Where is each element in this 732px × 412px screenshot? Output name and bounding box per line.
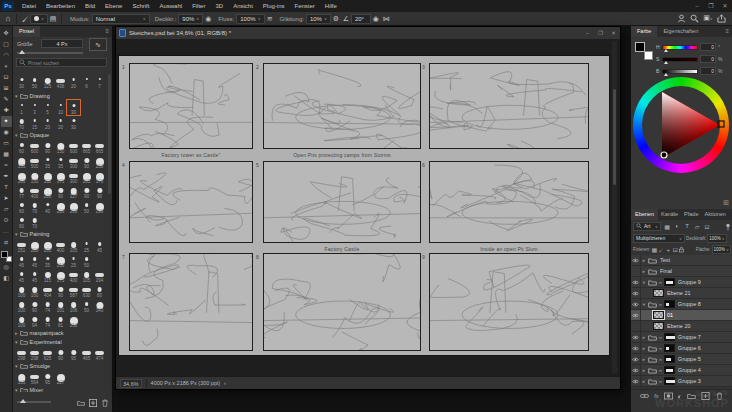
brush-preset[interactable]: 90	[28, 298, 41, 313]
brush-preset[interactable]: 60	[15, 199, 28, 214]
brush-folder-opaque[interactable]: ▾Opaque	[15, 130, 109, 139]
expand-arrow[interactable]: ▾	[641, 280, 647, 285]
expand-arrow[interactable]: ▸	[641, 269, 647, 274]
brush-preset[interactable]: 236	[93, 199, 106, 214]
layer-mask-thumbnail[interactable]	[664, 355, 675, 363]
menu-ansicht[interactable]: Ansicht	[228, 0, 258, 12]
mask-link-icon[interactable]: ∞	[659, 379, 662, 384]
brush-preset[interactable]: 35	[41, 154, 54, 169]
menu-filter[interactable]: Filter	[187, 0, 210, 12]
brush-preset[interactable]: 400	[67, 268, 80, 283]
tool-zoom[interactable]: ⊙	[1, 215, 12, 226]
expand-arrow[interactable]: ▾	[641, 302, 647, 307]
brush-preset[interactable]: 95	[41, 370, 54, 385]
visibility-toggle[interactable]	[631, 376, 641, 386]
lock-all-icon[interactable]	[679, 246, 684, 253]
visibility-toggle[interactable]	[631, 321, 641, 331]
brush-preset[interactable]: 101	[54, 298, 67, 313]
new-brush-icon[interactable]	[89, 393, 97, 411]
brush-preset[interactable]: 30	[67, 100, 80, 115]
color-wheel[interactable]	[633, 77, 729, 173]
visibility-toggle[interactable]	[631, 365, 641, 375]
brush-preset[interactable]: 5	[41, 100, 54, 115]
tool-clone-stamp[interactable]: ◉	[1, 127, 12, 138]
mask-link-icon[interactable]: ∞	[659, 280, 662, 285]
status-chevron-icon[interactable]: ›	[224, 380, 226, 386]
mask-link-icon[interactable]: ∞	[659, 302, 662, 307]
brush-preset[interactable]: 80	[93, 283, 106, 298]
brush-preset[interactable]: 60	[15, 139, 28, 154]
brush-preset[interactable]: 587	[67, 283, 80, 298]
account-icon[interactable]	[677, 14, 686, 23]
visibility-toggle[interactable]	[631, 299, 641, 309]
expand-arrow[interactable]: ▸	[641, 368, 647, 373]
brushes-scrollbar[interactable]	[108, 74, 111, 194]
layer-thumbnail[interactable]	[653, 311, 664, 319]
tool-path-select[interactable]: ➤	[1, 193, 12, 204]
filter-smart-object-icon[interactable]: ⊡	[703, 223, 711, 230]
document-vertical-scrollbar[interactable]	[612, 41, 617, 373]
brush-preset[interactable]: 600	[28, 139, 41, 154]
brush-preset[interactable]: 665	[80, 139, 93, 154]
brush-preset[interactable]: 50	[80, 199, 93, 214]
menu-3d[interactable]: 3D	[210, 0, 228, 12]
blend-mode-select[interactable]: Multiplizieren∨	[633, 234, 685, 243]
brush-preset[interactable]: 45	[15, 253, 28, 268]
color-swatches[interactable]	[635, 42, 653, 60]
smoothing-select[interactable]: 10%∨	[306, 14, 331, 24]
brush-preset[interactable]: 200	[67, 199, 80, 214]
tool-healing[interactable]: ✚	[1, 105, 12, 116]
brush-tool-icon[interactable]	[20, 14, 30, 24]
brush-preset[interactable]: 630	[80, 283, 93, 298]
brush-preset[interactable]: 251	[15, 238, 28, 253]
mode-select[interactable]: Normal∨	[92, 14, 150, 24]
tool-marquee[interactable]: ▢	[1, 39, 12, 50]
visibility-toggle[interactable]	[631, 332, 641, 342]
brush-preset[interactable]: 625	[41, 346, 54, 361]
layer-row-ebene-21[interactable]: Ebene 21	[631, 288, 732, 299]
brush-preset[interactable]: 30	[67, 115, 80, 130]
tab-ebenen[interactable]: Ebenen	[631, 209, 658, 220]
expand-icon[interactable]: ⊞	[723, 199, 729, 207]
visibility-toggle[interactable]	[631, 354, 641, 364]
brush-preset[interactable]: 25	[67, 253, 80, 268]
tool-move[interactable]: ✥	[1, 28, 12, 39]
tool-pen[interactable]: ✒	[1, 171, 12, 182]
expand-arrow[interactable]: ▸	[641, 379, 647, 384]
brush-settings-toggle-icon[interactable]: ▤	[48, 14, 58, 24]
brush-preset[interactable]: 50	[80, 298, 93, 313]
slider-value[interactable]: 0	[700, 55, 716, 63]
layer-mask-thumbnail[interactable]	[664, 377, 675, 385]
brush-preset[interactable]: 200	[41, 238, 54, 253]
brush-search-input[interactable]: Pinsel suchen	[16, 58, 107, 67]
slider-value[interactable]: 0	[700, 67, 716, 75]
filter-shape-icon[interactable]: ▱	[693, 223, 701, 230]
document-title-bar[interactable]: Sketches.psd bei 34,6% (01, RGB/8) * – ❐…	[116, 27, 620, 39]
visibility-toggle[interactable]	[631, 277, 641, 287]
slider-track[interactable]	[662, 69, 698, 74]
menu-fenster[interactable]: Fenster	[290, 0, 320, 12]
brush-preset[interactable]: 106	[67, 298, 80, 313]
brush-preset[interactable]: 95	[67, 346, 80, 361]
workspace-icon[interactable]: ▣∨	[703, 13, 713, 24]
brush-preset[interactable]: 100	[15, 313, 28, 328]
brush-size-field[interactable]: 4 Px	[41, 39, 83, 48]
brush-preset[interactable]: 125	[41, 74, 54, 89]
document-window[interactable]: Sketches.psd bei 34,6% (01, RGB/8) * – ❐…	[115, 26, 621, 390]
minimize-button[interactable]: –	[690, 0, 704, 12]
brush-preset[interactable]: 100	[15, 283, 28, 298]
layer-row-gruppe-8[interactable]: ▾ ∞Gruppe 8	[631, 299, 732, 310]
new-layer-icon[interactable]	[701, 392, 710, 400]
brush-preset[interactable]: 500	[28, 154, 41, 169]
slider-track[interactable]	[662, 45, 698, 50]
adjustment-icon[interactable]: ◐	[678, 393, 682, 400]
brush-preset[interactable]: 298	[15, 346, 28, 361]
airbrush-icon[interactable]: ≋	[265, 14, 275, 24]
menu-hilfe[interactable]: Hilfe	[320, 0, 342, 12]
mask-link-icon[interactable]: ∞	[659, 368, 662, 373]
brush-preset[interactable]: 90	[93, 184, 106, 199]
tool-gradient[interactable]: ▦	[1, 149, 12, 160]
layer-row-01[interactable]: 01	[631, 310, 732, 321]
brush-folder-experimental[interactable]: ▾Experimental	[15, 337, 109, 346]
brush-preset[interactable]: 45	[93, 238, 106, 253]
